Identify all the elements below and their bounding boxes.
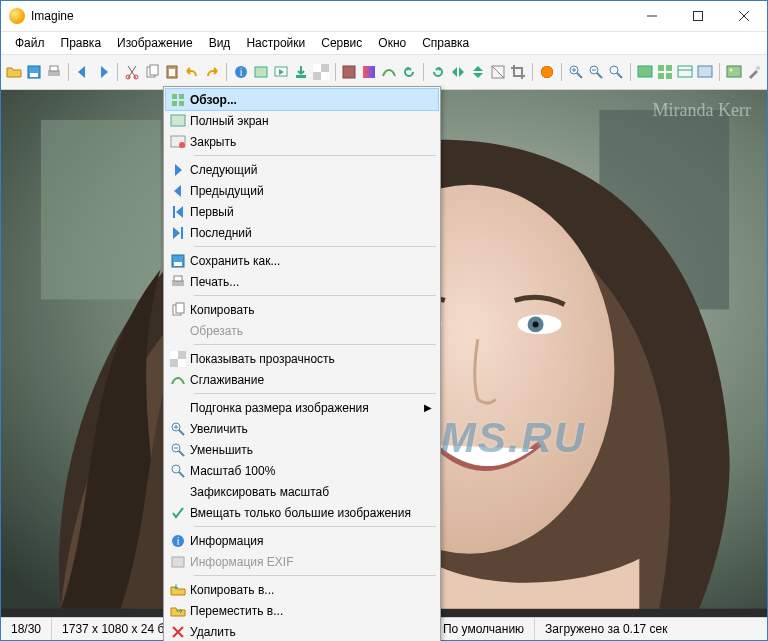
ctx-zoomin-label: Увеличить [190,422,438,436]
tb-tools-icon[interactable] [745,61,763,83]
tb-paste-icon[interactable] [163,61,181,83]
menu-file[interactable]: Файл [7,34,53,52]
tb-browser-icon[interactable] [696,61,714,83]
ctx-zoomin[interactable]: Увеличить [166,418,438,439]
ctx-fitlarge[interactable]: Вмещать только большие изображения [166,502,438,523]
menu-edit[interactable]: Правка [53,34,110,52]
ctx-crop-label: Обрезать [190,324,438,338]
svg-rect-71 [174,262,182,266]
tb-zoomout-icon[interactable] [587,61,605,83]
svg-point-57 [533,321,539,327]
tb-save-icon[interactable] [25,61,43,83]
tb-zoomin-icon[interactable] [567,61,585,83]
tb-fullscreen-icon[interactable] [636,61,654,83]
ctx-copyto[interactable]: Копировать в... [166,579,438,600]
check-icon [166,505,190,521]
menu-view[interactable]: Вид [201,34,239,52]
ctx-prev[interactable]: Предыдущий [166,180,438,201]
tb-exif-icon[interactable] [252,61,270,83]
svg-rect-68 [173,206,175,218]
print-icon [166,274,190,290]
tb-cut-icon[interactable] [123,61,141,83]
svg-rect-41 [678,66,692,77]
copy-icon [166,302,190,318]
svg-rect-16 [255,67,267,77]
tb-undo-icon[interactable] [183,61,201,83]
tb-next-icon[interactable] [94,61,112,83]
tb-rotate-right-icon[interactable] [429,61,447,83]
save-icon [166,253,190,269]
tb-export-icon[interactable] [292,61,310,83]
ctx-moveto[interactable]: Переместить в... [166,600,438,621]
tb-prev-icon[interactable] [74,61,92,83]
svg-line-87 [179,472,184,477]
tb-resize-icon[interactable] [489,61,507,83]
tb-flip-h-icon[interactable] [449,61,467,83]
overview-icon [166,92,190,108]
svg-rect-7 [50,66,58,71]
ctx-transparency[interactable]: Показывать прозрачность [166,348,438,369]
ctx-overview[interactable]: Обзор... [166,89,438,110]
tb-open-icon[interactable] [5,61,23,83]
tb-slideshow-icon[interactable] [272,61,290,83]
tb-rotate-left-icon[interactable] [400,61,418,83]
svg-rect-11 [150,65,158,75]
app-icon [9,8,25,24]
menu-settings[interactable]: Настройки [238,34,313,52]
tb-transparency-icon[interactable] [312,61,330,83]
tb-zoom100-icon[interactable] [607,61,625,83]
tb-thumbs-icon[interactable] [656,61,674,83]
fullscreen-icon [166,113,190,129]
tb-effects-icon[interactable] [360,61,378,83]
ctx-fullscreen[interactable]: Полный экран [166,110,438,131]
svg-point-45 [729,69,732,72]
ctx-last[interactable]: Последний [166,222,438,243]
svg-line-84 [179,451,184,456]
ctx-next[interactable]: Следующий [166,159,438,180]
window-title: Imagine [31,9,629,23]
menu-tools[interactable]: Сервис [313,34,370,52]
svg-rect-43 [698,66,712,77]
maximize-button[interactable] [675,1,721,31]
moveto-icon [166,603,190,619]
svg-line-28 [577,73,582,78]
ctx-copy[interactable]: Копировать [166,299,438,320]
next-icon [166,162,190,178]
ctx-info[interactable]: i Информация [166,530,438,551]
ctx-overview-label: Обзор... [190,93,438,107]
ctx-close[interactable]: Закрыть [166,131,438,152]
svg-line-80 [179,430,184,435]
ctx-lockzoom[interactable]: Зафиксировать масштаб [166,481,438,502]
tb-flip-v-icon[interactable] [469,61,487,83]
tb-list-icon[interactable] [676,61,694,83]
tb-print-icon[interactable] [45,61,63,83]
minimize-button[interactable] [629,1,675,31]
svg-point-26 [541,66,553,78]
menu-help[interactable]: Справка [414,34,477,52]
tb-copy-icon[interactable] [143,61,161,83]
ctx-saveas[interactable]: Сохранить как... [166,250,438,271]
menu-window[interactable]: Окно [370,34,414,52]
tb-wallpaper-icon[interactable] [725,61,743,83]
svg-rect-5 [30,73,38,77]
tb-adjust-icon[interactable] [340,61,358,83]
tb-redo-icon[interactable] [203,61,221,83]
ctx-transparency-label: Показывать прозрачность [190,352,438,366]
tb-info-icon[interactable]: i [232,61,250,83]
ctx-delete[interactable]: Удалить [166,621,438,641]
svg-rect-37 [658,65,664,71]
ctx-first[interactable]: Первый [166,201,438,222]
ctx-print[interactable]: Печать... [166,271,438,292]
svg-rect-18 [296,75,306,78]
ctx-smoothing[interactable]: Сглаживание [166,369,438,390]
tb-color-icon[interactable] [538,61,556,83]
menu-image[interactable]: Изображение [109,34,201,52]
tb-smoothing-icon[interactable] [380,61,398,83]
ctx-fit[interactable]: Подгонка размера изображения ▶ [166,397,438,418]
ctx-zoomout[interactable]: Уменьшить [166,439,438,460]
tb-crop-icon[interactable] [509,61,527,83]
close-button[interactable] [721,1,767,31]
status-mode-value: По умолчанию [443,622,524,636]
ctx-copyto-label: Копировать в... [190,583,438,597]
ctx-zoom100[interactable]: Масштаб 100% [166,460,438,481]
